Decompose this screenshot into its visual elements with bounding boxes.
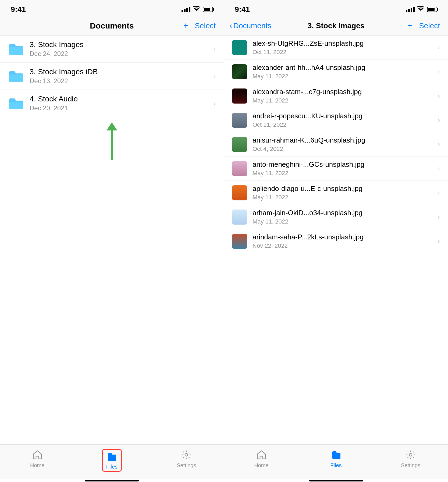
- right-status-icons: [406, 6, 437, 13]
- file-info-6: anto-meneghini-...GCs-unsplash.jpg May 1…: [253, 160, 435, 177]
- folder-name-3: 4. Stock Audio: [30, 95, 211, 103]
- file-name-4: andrei-r-popescu...KU-unsplash.jpg: [253, 112, 435, 120]
- right-tab-home[interactable]: Home: [224, 449, 299, 469]
- file-info-5: anisur-rahman-K...6uQ-unsplash.jpg Oct 4…: [253, 136, 435, 153]
- folder-item-stock-images[interactable]: 3. Stock Images Dec 24, 2022 ›: [0, 36, 224, 63]
- file-item-1[interactable]: alex-sh-UtgRHG...ZsE-unsplash.jpg Oct 11…: [224, 36, 448, 60]
- right-battery-icon: [427, 7, 437, 12]
- left-phone-panel: 9:41 Documents + Select: [0, 0, 224, 482]
- file-chevron-7: ›: [438, 189, 440, 197]
- folder-info-3: 4. Stock Audio Dec 20, 2021: [30, 95, 211, 112]
- chevron-right-icon-1: ›: [213, 45, 216, 53]
- right-phone-panel: 9:41 ‹ Documents 3. Stock Images + Selec…: [224, 0, 448, 482]
- settings-icon: [180, 449, 192, 461]
- left-files-label: Files: [106, 464, 118, 470]
- up-arrow-indicator: [0, 117, 224, 165]
- left-nav-bar: Documents + Select: [0, 16, 224, 36]
- right-settings-label: Settings: [401, 462, 420, 469]
- file-item-6[interactable]: anto-meneghini-...GCs-unsplash.jpg May 1…: [224, 157, 448, 181]
- file-chevron-1: ›: [438, 43, 440, 52]
- wifi-icon: [193, 6, 200, 13]
- file-chevron-5: ›: [438, 140, 440, 148]
- left-tab-settings[interactable]: Settings: [149, 449, 224, 469]
- svg-point-2: [185, 453, 188, 456]
- file-thumb-6: [232, 161, 247, 176]
- file-item-9[interactable]: arindam-saha-P...2kLs-unsplash.jpg Nov 2…: [224, 229, 448, 253]
- folder-item-stock-images-idb[interactable]: 3. Stock Images iDB Dec 13, 2022 ›: [0, 63, 224, 90]
- right-tab-settings[interactable]: Settings: [373, 449, 448, 469]
- right-content: alex-sh-UtgRHG...ZsE-unsplash.jpg Oct 11…: [224, 36, 448, 444]
- left-add-button[interactable]: +: [183, 21, 188, 31]
- file-name-6: anto-meneghini-...GCs-unsplash.jpg: [253, 160, 435, 169]
- file-name-1: alex-sh-UtgRHG...ZsE-unsplash.jpg: [253, 39, 435, 48]
- left-nav-title: Documents: [90, 21, 134, 30]
- file-name-5: anisur-rahman-K...6uQ-unsplash.jpg: [253, 136, 435, 144]
- file-thumb-5: [232, 137, 247, 152]
- left-status-bar: 9:41: [0, 0, 224, 16]
- file-date-8: May 11, 2022: [253, 218, 435, 225]
- home-icon: [31, 449, 43, 461]
- file-thumb-7: [232, 185, 247, 200]
- file-info-3: alexandra-stam-...c7g-unsplash.jpg May 1…: [253, 88, 435, 104]
- right-nav-bar: ‹ Documents 3. Stock Images + Select: [224, 16, 448, 36]
- file-date-5: Oct 4, 2022: [253, 146, 435, 153]
- folder-item-stock-audio[interactable]: 4. Stock Audio Dec 20, 2021 ›: [0, 90, 224, 117]
- file-date-2: May 11, 2022: [253, 73, 435, 80]
- file-thumb-8: [232, 210, 247, 225]
- file-item-7[interactable]: apliendo-diago-u...E-c-unsplash.jpg May …: [224, 181, 448, 205]
- file-item-8[interactable]: arham-jain-OkiD...o34-unsplash.jpg May 1…: [224, 205, 448, 229]
- file-chevron-8: ›: [438, 213, 440, 221]
- chevron-right-icon-2: ›: [213, 72, 216, 80]
- file-name-8: arham-jain-OkiD...o34-unsplash.jpg: [253, 209, 435, 217]
- left-status-icons: [182, 6, 213, 13]
- file-chevron-9: ›: [438, 237, 440, 245]
- left-content: 3. Stock Images Dec 24, 2022 › 3. Stock …: [0, 36, 224, 444]
- svg-marker-1: [106, 122, 117, 130]
- right-settings-icon: [405, 449, 417, 461]
- file-chevron-4: ›: [438, 116, 440, 124]
- file-item-4[interactable]: andrei-r-popescu...KU-unsplash.jpg Oct 1…: [224, 108, 448, 132]
- file-thumb-2: [232, 64, 247, 79]
- left-nav-actions: + Select: [183, 21, 216, 31]
- file-date-7: May 11, 2022: [253, 194, 435, 201]
- right-status-bar: 9:41: [224, 0, 448, 16]
- file-info-7: apliendo-diago-u...E-c-unsplash.jpg May …: [253, 185, 435, 201]
- svg-point-3: [409, 453, 412, 456]
- right-status-time: 9:41: [235, 5, 250, 14]
- left-status-time: 9:41: [11, 5, 26, 14]
- right-wifi-icon: [417, 6, 424, 13]
- folder-date-3: Dec 20, 2021: [30, 104, 211, 112]
- folder-date-2: Dec 13, 2022: [30, 77, 211, 85]
- right-home-icon: [255, 449, 267, 461]
- folder-name-1: 3. Stock Images: [30, 40, 211, 49]
- file-info-8: arham-jain-OkiD...o34-unsplash.jpg May 1…: [253, 209, 435, 225]
- right-select-button[interactable]: Select: [419, 22, 440, 30]
- right-tab-files[interactable]: Files: [299, 449, 374, 469]
- folder-info-2: 3. Stock Images iDB Dec 13, 2022: [30, 68, 211, 85]
- file-name-9: arindam-saha-P...2kLs-unsplash.jpg: [253, 233, 435, 241]
- folder-icon-1: [8, 42, 24, 55]
- file-thumb-9: [232, 234, 247, 249]
- left-select-button[interactable]: Select: [195, 22, 216, 30]
- file-chevron-6: ›: [438, 164, 440, 173]
- folder-icon-3: [8, 97, 24, 110]
- file-item-3[interactable]: alexandra-stam-...c7g-unsplash.jpg May 1…: [224, 84, 448, 108]
- right-add-button[interactable]: +: [407, 21, 413, 31]
- file-date-9: Nov 22, 2022: [253, 242, 435, 249]
- file-thumb-4: [232, 113, 247, 128]
- files-active-box: Files: [102, 449, 122, 472]
- back-label: Documents: [233, 22, 272, 30]
- signal-icon: [182, 6, 190, 12]
- back-button[interactable]: ‹ Documents: [229, 21, 271, 31]
- left-tab-home[interactable]: Home: [0, 449, 74, 469]
- file-item-2[interactable]: alexander-ant-hh...hA4-unsplash.jpg May …: [224, 60, 448, 84]
- left-tab-files[interactable]: Files: [74, 449, 149, 472]
- right-home-indicator: [224, 479, 448, 482]
- file-thumb-3: [232, 88, 247, 104]
- file-item-5[interactable]: anisur-rahman-K...6uQ-unsplash.jpg Oct 4…: [224, 132, 448, 157]
- right-files-label: Files: [330, 462, 342, 469]
- file-info-9: arindam-saha-P...2kLs-unsplash.jpg Nov 2…: [253, 233, 435, 249]
- folder-name-2: 3. Stock Images iDB: [30, 68, 211, 76]
- folder-date-1: Dec 24, 2022: [30, 50, 211, 58]
- right-nav-title: 3. Stock Images: [308, 22, 365, 30]
